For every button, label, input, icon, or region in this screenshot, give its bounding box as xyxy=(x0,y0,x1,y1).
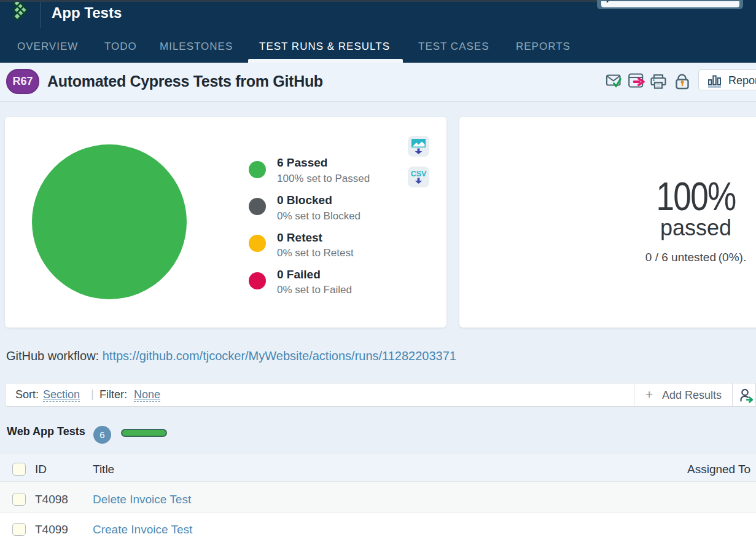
svg-text:CSV: CSV xyxy=(411,170,427,178)
